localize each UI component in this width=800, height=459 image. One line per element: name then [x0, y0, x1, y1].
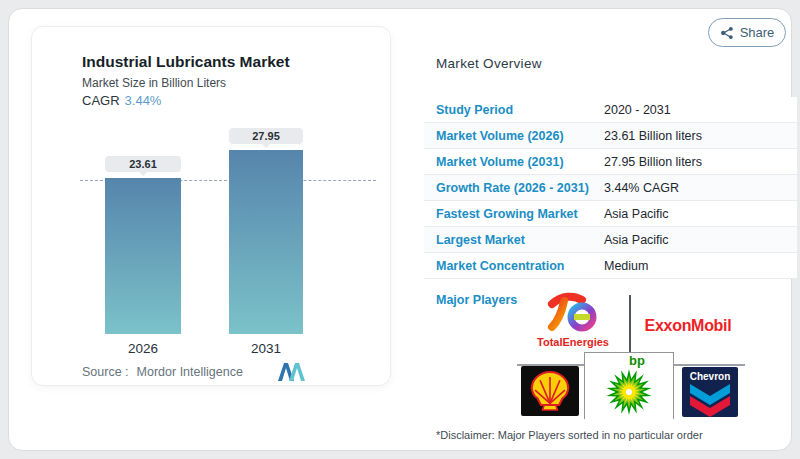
shell-logo: [521, 366, 579, 416]
row-label: Study Period: [436, 103, 604, 117]
bar-rect-2031: [229, 150, 303, 334]
mordor-intelligence-logo: [278, 363, 305, 382]
totalenergies-mark-icon: [546, 291, 600, 335]
bp-logo: bp: [584, 352, 674, 419]
main-card: Share Industrial Lubricants Market Marke…: [8, 8, 792, 451]
bar-value-chip-2031: 27.95: [229, 128, 303, 144]
chevron-logo: Chevron: [681, 367, 739, 417]
bar-2031: 27.95: [229, 128, 303, 334]
row-value: Asia Pacific: [604, 207, 669, 221]
chip-pointer: [262, 144, 270, 148]
chip-pointer: [139, 172, 147, 176]
table-row: Study Period2020 - 2031: [424, 97, 797, 123]
overview-table: Study Period2020 - 2031Market Volume (20…: [424, 97, 797, 279]
chart-subtitle: Market Size in Billion Liters: [82, 76, 226, 90]
x-axis-label-2026: 2026: [105, 341, 181, 356]
row-label: Market Concentration: [436, 259, 604, 273]
share-icon: [720, 26, 734, 40]
row-value: 23.61 Billion liters: [604, 129, 702, 143]
share-button-label: Share: [740, 25, 775, 40]
chart-title: Industrial Lubricants Market: [82, 53, 290, 71]
chart-card: Industrial Lubricants Market Market Size…: [31, 26, 391, 386]
panel-title: Market Overview: [436, 56, 542, 71]
table-row: Market Volume (2031)27.95 Billion liters: [424, 149, 797, 175]
chevron-wordmark: Chevron: [690, 371, 731, 382]
row-value: 27.95 Billion liters: [604, 155, 702, 169]
totalenergies-logo: TotalEnergies: [523, 291, 623, 357]
row-label: Market Volume (2031): [436, 155, 604, 169]
row-label: Fastest Growing Market: [436, 207, 604, 221]
major-players-grid: TotalEnergies ExxonMobil bp: [517, 289, 745, 421]
source-label: Source :: [82, 365, 129, 379]
cagr-label: CAGR: [82, 93, 120, 108]
totalenergies-wordmark: TotalEnergies: [537, 336, 609, 348]
bar-rect-2026: [105, 178, 181, 334]
row-value: Asia Pacific: [604, 233, 669, 247]
table-row: Largest MarketAsia Pacific: [424, 227, 797, 253]
table-row: Growth Rate (2026 - 2031)3.44% CAGR: [424, 175, 797, 201]
bar-value-chip-2026: 23.61: [105, 156, 181, 172]
x-axis-label-2031: 2031: [229, 341, 303, 356]
bp-helios-icon: [605, 368, 653, 416]
row-label: Largest Market: [436, 233, 604, 247]
share-button[interactable]: Share: [708, 18, 786, 47]
chevron-icon: Chevron: [681, 367, 739, 417]
disclaimer-text: *Disclaimer: Major Players sorted in no …: [436, 429, 703, 441]
table-row: Market ConcentrationMedium: [424, 253, 797, 279]
major-players-label: Major Players: [436, 293, 517, 307]
row-value: Medium: [604, 259, 648, 273]
row-label: Growth Rate (2026 - 2031): [436, 181, 604, 195]
cagr-line: CAGR3.44%: [82, 93, 161, 108]
exxonmobil-logo: ExxonMobil: [631, 311, 745, 341]
row-value: 3.44% CAGR: [604, 181, 679, 195]
row-label: Market Volume (2026): [436, 129, 604, 143]
bp-wordmark: bp: [629, 354, 645, 368]
source-row: Source :Mordor Intelligence: [82, 365, 243, 379]
source-value: Mordor Intelligence: [137, 365, 243, 379]
cagr-value: 3.44%: [125, 93, 162, 108]
table-row: Market Volume (2026)23.61 Billion liters: [424, 123, 797, 149]
bar-2026: 23.61: [105, 156, 181, 334]
shell-pecten-icon: [526, 369, 574, 413]
row-value: 2020 - 2031: [604, 103, 671, 117]
table-row: Fastest Growing MarketAsia Pacific: [424, 201, 797, 227]
